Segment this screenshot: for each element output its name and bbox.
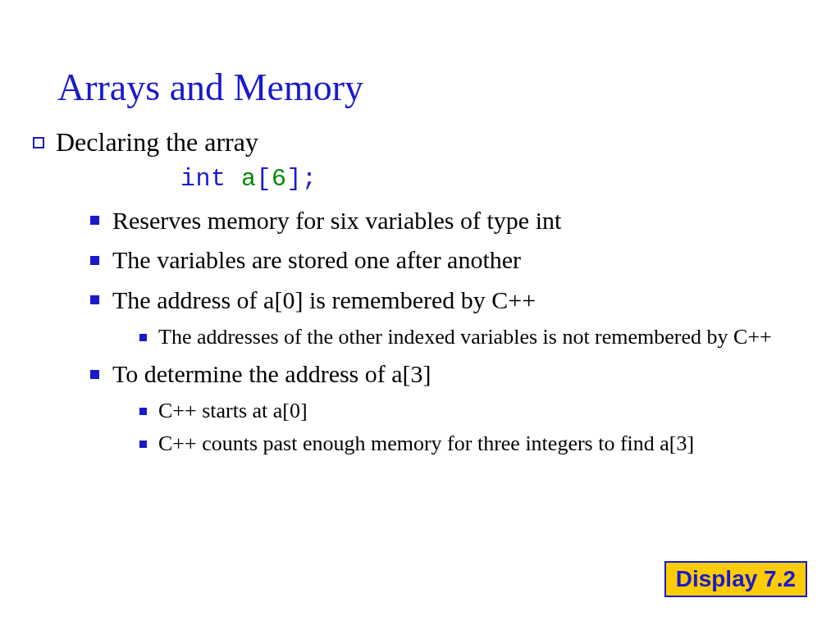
square-fill-bullet-icon xyxy=(90,256,99,265)
bullet-stored: The variables are stored one after anoth… xyxy=(90,244,791,277)
bullet-text: Reserves memory for six variables of typ… xyxy=(112,207,561,234)
code-identifier: a xyxy=(241,165,257,193)
square-small-bullet-icon xyxy=(139,334,147,341)
bullet-address-a0: The address of a[0] is remembered by C++ xyxy=(90,284,791,317)
square-fill-bullet-icon xyxy=(90,295,99,304)
bullet-reserves: Reserves memory for six variables of typ… xyxy=(90,204,791,238)
bullet-text: To determine the address of a[3] xyxy=(112,360,431,387)
display-badge[interactable]: Display 7.2 xyxy=(664,561,807,597)
square-small-bullet-icon xyxy=(139,441,147,448)
code-semicolon: ; xyxy=(302,165,317,193)
bullet-text: The variables are stored one after anoth… xyxy=(112,246,521,273)
bullet-text: C++ counts past enough memory for three … xyxy=(158,431,694,455)
square-open-bullet-icon xyxy=(33,137,44,148)
code-declaration: int a[6]; xyxy=(180,165,791,193)
bullet-declaring: Declaring the array xyxy=(33,126,791,160)
code-keyword: int xyxy=(180,165,226,193)
bullet-text: The address of a[0] is remembered by C++ xyxy=(112,286,536,313)
bullet-counts-past: C++ counts past enough memory for three … xyxy=(139,430,791,458)
code-size: 6 xyxy=(272,165,287,193)
slide-body: Arrays and Memory Declaring the array in… xyxy=(0,0,840,458)
square-small-bullet-icon xyxy=(139,408,147,415)
code-rbracket: ] xyxy=(287,165,303,193)
bullet-determine-a3: To determine the address of a[3] xyxy=(90,358,791,391)
square-fill-bullet-icon xyxy=(90,216,99,225)
bullet-other-addresses: The addresses of the other indexed varia… xyxy=(139,323,791,351)
bullet-starts-a0: C++ starts at a[0] xyxy=(139,397,791,425)
bullet-text: Declaring the array xyxy=(56,127,258,157)
code-lbracket: [ xyxy=(257,165,272,193)
square-fill-bullet-icon xyxy=(90,370,99,379)
bullet-text: The addresses of the other indexed varia… xyxy=(158,325,772,349)
bullet-text: C++ starts at a[0] xyxy=(158,399,308,422)
slide-title: Arrays and Memory xyxy=(57,66,791,109)
